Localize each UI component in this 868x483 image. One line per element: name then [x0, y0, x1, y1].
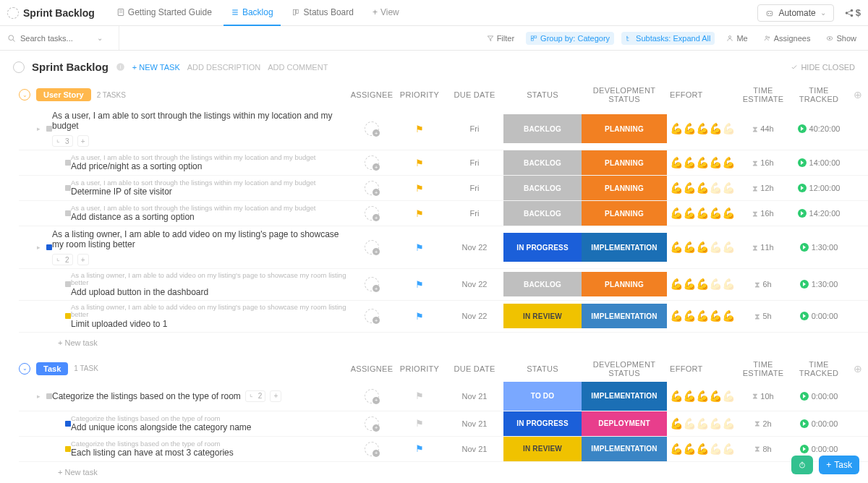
col-priority[interactable]: PRIORITY [393, 90, 446, 99]
assignee-cell[interactable] [350, 206, 393, 221]
task-title[interactable]: As a user, I am able to sort through the… [52, 111, 350, 147]
due-date-cell[interactable]: Nov 22 [446, 312, 503, 320]
assignee-cell[interactable] [350, 442, 393, 456]
subtask-count[interactable]: 2 [52, 254, 73, 265]
search-box[interactable]: ⌄ [7, 26, 119, 50]
row-handle[interactable] [19, 446, 71, 452]
estimate-cell[interactable]: ⧗12h [736, 184, 790, 193]
due-date-cell[interactable]: Fri [446, 184, 503, 192]
due-date-cell[interactable]: Nov 22 [446, 243, 503, 252]
task-row[interactable]: ▸Categorize the listings based on the ty… [19, 382, 868, 411]
assignee-cell[interactable] [350, 240, 393, 255]
task-main[interactable]: As a user, I am able to sort through the… [71, 151, 350, 174]
chevron-down-icon[interactable]: ⌄ [97, 34, 103, 42]
task-main[interactable]: Categorize the listings based on the typ… [71, 412, 350, 435]
info-icon[interactable]: i [116, 62, 125, 72]
hide-closed-button[interactable]: HIDE CLOSED [791, 63, 855, 72]
automate-button[interactable]: Automate ⌄ [757, 4, 833, 22]
collapse-icon[interactable]: ⌄ [19, 89, 30, 101]
priority-cell[interactable]: ⚑ [393, 208, 446, 219]
add-desc-link[interactable]: ADD DESCRIPTION [187, 63, 260, 72]
assignees-button[interactable]: Assignees [760, 32, 815, 45]
task-row[interactable]: As a user, I am able to sort through the… [19, 201, 868, 226]
priority-cell[interactable]: ⚑ [393, 443, 446, 454]
priority-cell[interactable]: ⚑ [393, 418, 446, 429]
effort-cell[interactable]: 💪💪💪💪💪 [667, 443, 736, 456]
col-due date[interactable]: DUE DATE [446, 90, 503, 99]
col-effort[interactable]: EFFORT [667, 364, 736, 373]
tracked-cell[interactable]: 14:20:00 [790, 209, 848, 218]
col-status[interactable]: STATUS [503, 364, 582, 373]
col-time estimate[interactable]: TIME ESTIMATE [736, 360, 790, 377]
new-task-link[interactable]: + NEW TASK [132, 63, 180, 72]
dev-status-cell[interactable]: IMPLEMENTATION [582, 437, 667, 461]
due-date-cell[interactable]: Nov 21 [446, 392, 503, 401]
task-title[interactable]: Limit uploaded video to 1 [71, 319, 350, 329]
add-column-button[interactable]: ⊕ [848, 89, 868, 101]
estimate-cell[interactable]: ⧗5h [736, 312, 790, 321]
status-cell[interactable]: BACKLOG [503, 114, 582, 143]
effort-cell[interactable]: 💪💪💪💪💪 [667, 417, 736, 430]
tracked-cell[interactable]: 1:30:00 [790, 243, 848, 252]
task-row[interactable]: As a listing owner, I am able to add vid… [19, 269, 868, 301]
task-title[interactable]: Determine IP of site visitor [71, 187, 350, 197]
assignee-cell[interactable] [350, 181, 393, 195]
timer-button[interactable] [791, 456, 813, 474]
task-title[interactable]: Add upload button in the dashboard [71, 287, 350, 297]
task-main[interactable]: Categorize the listings based on the typ… [71, 437, 350, 461]
priority-cell[interactable]: ⚑ [393, 158, 446, 168]
effort-cell[interactable]: 💪💪💪💪💪 [667, 181, 736, 195]
assignee-cell[interactable] [350, 121, 393, 136]
list-title[interactable]: Sprint Backlog [32, 61, 109, 73]
estimate-cell[interactable]: ⧗10h [736, 391, 790, 401]
priority-cell[interactable]: ⚑ [393, 183, 446, 194]
status-cell[interactable]: BACKLOG [503, 150, 582, 175]
task-row[interactable]: ▸As a listing owner, I am able to add vi… [19, 226, 868, 269]
add-subtask[interactable]: + [270, 390, 281, 402]
new-task-button[interactable]: + Task [819, 456, 859, 474]
col-assignee[interactable]: ASSIGNEE [350, 364, 393, 373]
add-column-button[interactable]: ⊕ [848, 363, 868, 375]
due-date-cell[interactable]: Nov 22 [446, 280, 503, 288]
task-title[interactable]: Categorize the listings based on the typ… [52, 390, 350, 402]
dev-status-cell[interactable]: PLANNING [582, 114, 667, 143]
tracked-cell[interactable]: 0:00:00 [790, 419, 848, 428]
task-main[interactable]: As a listing owner, I am able to add vid… [52, 226, 350, 268]
group-pill[interactable]: User Story [36, 88, 91, 101]
task-row[interactable]: Categorize the listings based on the typ… [19, 437, 868, 462]
due-date-cell[interactable]: Nov 21 [446, 419, 503, 428]
tracked-cell[interactable]: 0:00:00 [790, 312, 848, 320]
dev-status-cell[interactable]: PLANNING [582, 272, 667, 296]
effort-cell[interactable]: 💪💪💪💪💪 [667, 122, 736, 135]
status-cell[interactable]: IN REVIEW [503, 437, 582, 461]
dev-status-cell[interactable]: PLANNING [582, 176, 667, 200]
tracked-cell[interactable]: 1:30:00 [790, 280, 848, 288]
priority-cell[interactable]: ⚑ [393, 390, 446, 401]
breadcrumb-title[interactable]: Sprint Backlog [23, 7, 95, 19]
effort-cell[interactable]: 💪💪💪💪💪 [667, 309, 736, 322]
row-handle[interactable] [19, 281, 71, 287]
groupby-button[interactable]: Group by: Category [526, 32, 614, 45]
estimate-cell[interactable]: ⧗6h [736, 280, 790, 289]
col-time estimate[interactable]: TIME ESTIMATE [736, 86, 790, 103]
estimate-cell[interactable]: ⧗8h [736, 444, 790, 453]
status-cell[interactable]: IN REVIEW [503, 304, 582, 328]
task-title[interactable]: As a listing owner, I am able to add vid… [52, 229, 350, 265]
add-subtask[interactable]: + [77, 135, 89, 147]
dev-status-cell[interactable]: DEPLOYMENT [582, 411, 667, 436]
tracked-cell[interactable]: 40:20:00 [790, 124, 848, 133]
task-title[interactable]: Add distance as a sorting option [71, 212, 350, 222]
task-title[interactable]: Add price/night as a sorting option [71, 161, 350, 171]
tracked-cell[interactable]: 0:00:00 [790, 445, 848, 453]
due-date-cell[interactable]: Fri [446, 158, 503, 167]
estimate-cell[interactable]: ⧗16h [736, 209, 790, 218]
row-handle[interactable] [19, 210, 71, 216]
status-cell[interactable]: TO DO [503, 382, 582, 411]
row-handle[interactable]: ▸ [19, 393, 52, 400]
status-cell[interactable]: BACKLOG [503, 176, 582, 200]
col-effort[interactable]: EFFORT [667, 90, 736, 99]
tracked-cell[interactable]: 0:00:00 [790, 392, 848, 401]
dev-status-cell[interactable]: PLANNING [582, 201, 667, 226]
priority-cell[interactable]: ⚑ [393, 279, 446, 290]
col-time tracked[interactable]: TIME TRACKED [790, 360, 848, 377]
